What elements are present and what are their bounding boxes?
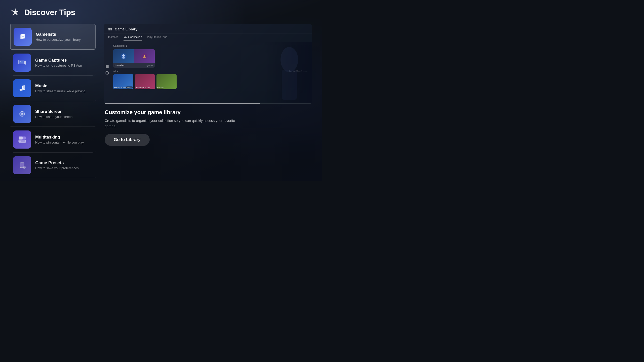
tip-item-gamelists[interactable]: Gamelists How to personalize your librar… xyxy=(10,24,96,50)
presets-text: Game Presets How to save your preference… xyxy=(35,160,79,170)
music-title: Music xyxy=(35,83,85,88)
music-subtitle: How to stream music while playing xyxy=(35,89,85,93)
multitasking-subtitle: How to pin content while you play xyxy=(35,141,84,144)
sidebar-list-icon xyxy=(105,65,109,68)
svg-rect-26 xyxy=(108,29,110,30)
gamelist-count: 2 games xyxy=(145,64,153,67)
gamelists-icon-wrapper xyxy=(14,28,32,46)
library-header-icon xyxy=(108,27,112,31)
library-preview: Game Library Installed Your Collection P… xyxy=(104,24,312,104)
sidebar-add-icon xyxy=(105,71,109,75)
gamelists-icon xyxy=(18,32,27,41)
sparkle-icon xyxy=(10,7,21,18)
svg-rect-24 xyxy=(108,28,110,29)
page-header: Discover Tips xyxy=(10,7,312,18)
preview-progress-bar xyxy=(104,103,312,104)
astro-thumb-icon xyxy=(120,53,127,60)
multitasking-icon xyxy=(18,135,27,144)
captures-subtitle: How to sync captures to PS App xyxy=(35,64,82,67)
tip-item-game-captures[interactable]: Game Captures How to sync captures to PS… xyxy=(10,50,96,75)
installed-badge-astro: Installed xyxy=(126,86,133,88)
library-preview-image: Game Library Installed Your Collection P… xyxy=(104,24,312,104)
tip-item-music[interactable]: Music How to stream music while playing xyxy=(10,76,96,101)
gamelist-thumbnails xyxy=(113,49,155,63)
library-header: Game Library xyxy=(104,24,312,33)
svg-point-8 xyxy=(20,61,21,62)
captures-text: Game Captures How to sync captures to PS… xyxy=(35,58,82,67)
library-body: Gamelists: 1 xyxy=(109,42,312,103)
gamelist-info: Gamelist 1 2 games xyxy=(113,63,155,68)
svg-rect-25 xyxy=(110,28,112,29)
tab-your-collection[interactable]: Your Collection xyxy=(124,35,142,40)
gamelists-title: Gamelists xyxy=(36,32,80,37)
tips-list: Gamelists How to personalize your librar… xyxy=(10,24,96,178)
game-card-astro[interactable]: ASTRO's PLAYROOM Installed xyxy=(113,74,133,89)
gamelists-section-label: Gamelists: 1 xyxy=(113,44,307,47)
svg-rect-20 xyxy=(21,164,23,164)
game-thumb-ratchet xyxy=(134,49,155,63)
preview-title: Customize your game library xyxy=(105,109,311,116)
gamelists-subtitle: How to personalize your library xyxy=(36,38,80,41)
page-title: Discover Tips xyxy=(24,8,75,17)
library-tabs: Installed Your Collection PlayStation Pl… xyxy=(104,35,312,40)
main-content: Gamelists How to personalize your librar… xyxy=(10,24,312,178)
captures-title: Game Captures xyxy=(35,58,82,63)
svg-rect-2 xyxy=(22,34,25,38)
preview-progress-fill xyxy=(104,103,260,104)
game-presets-icon xyxy=(18,161,27,170)
svg-point-14 xyxy=(22,113,23,114)
game-card-ratchet[interactable]: RATCHET & CLANK xyxy=(135,74,155,89)
presets-title: Game Presets xyxy=(35,160,79,165)
all-games-header: All: 3 Sort by: Most Recent xyxy=(113,70,307,72)
multitasking-text: Multitasking How to pin content while yo… xyxy=(35,135,84,144)
svg-rect-5 xyxy=(22,36,24,37)
all-games-section: All: 3 Sort by: Most Recent ASTRO's PLAY… xyxy=(113,70,307,89)
tip-item-game-presets[interactable]: Game Presets How to save your preference… xyxy=(10,153,96,178)
svg-point-33 xyxy=(122,54,125,57)
tab-playstation-plus[interactable]: PlayStation Plus xyxy=(147,35,167,40)
music-icon-wrapper xyxy=(13,79,31,97)
svg-point-10 xyxy=(23,88,25,90)
preview-text: Create gamelists to organize your collec… xyxy=(105,118,235,129)
game-card-sackboy[interactable]: Sackboy xyxy=(156,74,177,89)
share-icon-wrapper xyxy=(13,105,31,123)
captures-icon xyxy=(18,58,27,67)
sort-label: Sort by: Most Recent xyxy=(289,70,307,72)
svg-rect-3 xyxy=(22,35,24,35)
go-to-library-button[interactable]: Go to Library xyxy=(105,134,150,146)
ratchet-thumb-icon xyxy=(141,53,148,60)
share-screen-subtitle: How to share your screen xyxy=(35,115,72,119)
svg-rect-29 xyxy=(106,66,109,67)
game-label-ratchet: RATCHET & CLANK xyxy=(136,87,154,88)
svg-rect-16 xyxy=(22,137,26,140)
svg-rect-18 xyxy=(19,141,21,142)
svg-rect-22 xyxy=(21,166,23,166)
svg-rect-4 xyxy=(22,36,24,36)
svg-rect-34 xyxy=(122,57,125,59)
svg-rect-28 xyxy=(106,65,109,66)
captures-icon-wrapper xyxy=(13,54,31,72)
presets-icon-wrapper xyxy=(13,156,31,174)
tip-item-multitasking[interactable]: Multitasking How to pin content while yo… xyxy=(10,127,96,152)
svg-rect-30 xyxy=(106,67,109,68)
game-label-sackboy: Sackboy xyxy=(157,87,176,88)
multitasking-title: Multitasking xyxy=(35,135,84,140)
music-text: Music How to stream music while playing xyxy=(35,83,85,93)
gamelist-name: Gamelist 1 xyxy=(115,64,126,67)
gamelist-card[interactable]: Gamelist 1 2 games xyxy=(113,49,155,68)
share-screen-icon xyxy=(18,109,27,118)
tab-installed[interactable]: Installed xyxy=(108,35,118,40)
svg-rect-21 xyxy=(21,165,23,165)
presets-subtitle: How to save your preferences xyxy=(35,166,79,170)
tip-item-share-screen[interactable]: Share Screen How to share your screen xyxy=(10,101,96,127)
share-screen-text: Share Screen How to share your screen xyxy=(35,109,72,119)
all-label: All: 3 xyxy=(113,70,118,72)
svg-rect-27 xyxy=(110,29,112,30)
preview-panel: Game Library Installed Your Collection P… xyxy=(104,24,312,178)
music-icon xyxy=(18,84,27,93)
preview-description: Customize your game library Create gamel… xyxy=(104,109,312,146)
games-row: ASTRO's PLAYROOM Installed RATCHET & CLA… xyxy=(113,74,307,89)
game-thumb-astro xyxy=(113,49,134,63)
library-title: Game Library xyxy=(115,27,137,31)
multitasking-icon-wrapper xyxy=(13,130,31,149)
